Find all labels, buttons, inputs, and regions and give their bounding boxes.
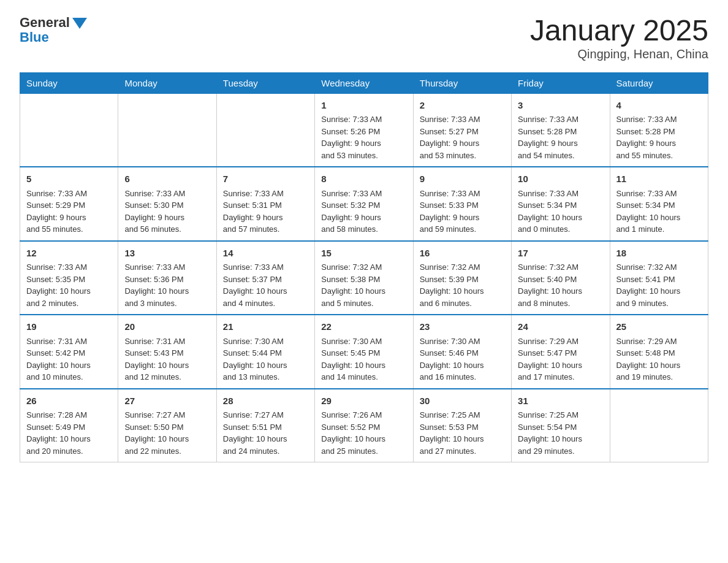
day-info: Sunset: 5:39 PM [420,274,505,286]
day-info: Sunrise: 7:30 AM [321,335,406,348]
day-info: Daylight: 10 hours [321,285,406,297]
day-info: and 53 minutes. [321,150,406,162]
calendar-cell: 30Sunrise: 7:25 AMSunset: 5:53 PMDayligh… [413,389,511,462]
calendar-week-1: 1Sunrise: 7:33 AMSunset: 5:26 PMDaylight… [20,93,708,167]
page-header: General Blue January 2025 Qingping, Hena… [20,15,708,61]
day-info: Sunrise: 7:33 AM [321,188,406,200]
day-info: and 12 minutes. [124,371,210,383]
calendar-cell: 23Sunrise: 7:30 AMSunset: 5:46 PMDayligh… [413,315,511,389]
day-info: Sunrise: 7:33 AM [124,261,210,274]
day-info: Daylight: 10 hours [616,359,702,372]
day-info: Daylight: 9 hours [321,212,406,224]
day-info: Sunrise: 7:32 AM [420,261,505,274]
page-subtitle: Qingping, Henan, China [530,47,708,61]
calendar-cell: 17Sunrise: 7:32 AMSunset: 5:40 PMDayligh… [512,241,610,315]
calendar-cell: 24Sunrise: 7:29 AMSunset: 5:47 PMDayligh… [512,315,610,389]
day-info: Daylight: 10 hours [124,285,210,297]
day-info: Daylight: 10 hours [124,433,210,445]
day-info: Sunset: 5:36 PM [124,274,210,286]
day-number: 24 [518,320,603,334]
day-number: 1 [321,99,406,113]
day-info: Sunset: 5:37 PM [223,274,308,286]
day-info: Daylight: 10 hours [616,212,702,224]
day-info: and 0 minutes. [518,223,603,236]
calendar-cell: 15Sunrise: 7:32 AMSunset: 5:38 PMDayligh… [315,241,413,315]
day-info: Sunset: 5:51 PM [223,421,308,434]
day-info: Sunset: 5:45 PM [321,347,406,359]
logo: General Blue [20,15,87,45]
day-info: Sunset: 5:44 PM [223,347,308,359]
day-info: and 1 minute. [616,223,702,236]
calendar-cell: 4Sunrise: 7:33 AMSunset: 5:28 PMDaylight… [610,93,708,167]
calendar-cell: 20Sunrise: 7:31 AMSunset: 5:43 PMDayligh… [118,315,216,389]
day-info: Sunrise: 7:25 AM [420,409,505,421]
calendar-cell [216,93,314,167]
day-info: Sunset: 5:43 PM [124,347,210,359]
calendar-cell [610,389,708,462]
header-row: SundayMondayTuesdayWednesdayThursdayFrid… [20,72,708,93]
day-info: Daylight: 10 hours [420,433,505,445]
day-info: Sunrise: 7:33 AM [420,113,505,126]
day-info: Sunset: 5:46 PM [420,347,505,359]
day-info: and 14 minutes. [321,371,406,383]
calendar-cell: 31Sunrise: 7:25 AMSunset: 5:54 PMDayligh… [512,389,610,462]
day-number: 12 [26,247,112,261]
day-info: Daylight: 9 hours [420,137,505,150]
day-info: Sunrise: 7:31 AM [26,335,112,348]
day-info: and 8 minutes. [518,297,603,310]
day-info: and 3 minutes. [124,297,210,310]
calendar-body: 1Sunrise: 7:33 AMSunset: 5:26 PMDaylight… [20,93,708,462]
day-number: 26 [26,394,112,408]
day-number: 6 [124,172,210,186]
day-info: and 4 minutes. [223,297,308,310]
header-day-tuesday: Tuesday [216,72,314,93]
day-info: Sunrise: 7:29 AM [518,335,603,348]
day-info: Sunrise: 7:33 AM [124,188,210,200]
day-info: Daylight: 10 hours [518,212,603,224]
day-number: 14 [223,247,308,261]
calendar-cell: 21Sunrise: 7:30 AMSunset: 5:44 PMDayligh… [216,315,314,389]
day-info: Sunrise: 7:33 AM [518,113,603,126]
day-info: Sunset: 5:33 PM [420,199,505,212]
day-number: 28 [223,394,308,408]
day-info: Sunset: 5:27 PM [420,126,505,138]
day-info: and 55 minutes. [26,223,112,236]
day-info: and 25 minutes. [321,445,406,458]
calendar-cell: 25Sunrise: 7:29 AMSunset: 5:48 PMDayligh… [610,315,708,389]
calendar-week-5: 26Sunrise: 7:28 AMSunset: 5:49 PMDayligh… [20,389,708,462]
day-info: and 6 minutes. [420,297,505,310]
calendar-cell [20,93,118,167]
day-number: 29 [321,394,406,408]
day-number: 25 [616,320,702,334]
day-number: 19 [26,320,112,334]
day-number: 4 [616,99,702,113]
header-day-wednesday: Wednesday [315,72,413,93]
day-info: and 27 minutes. [420,445,505,458]
day-info: and 13 minutes. [223,371,308,383]
day-info: and 5 minutes. [321,297,406,310]
day-number: 20 [124,320,210,334]
day-info: Daylight: 10 hours [26,285,112,297]
day-info: Sunset: 5:41 PM [616,274,702,286]
day-info: and 24 minutes. [223,445,308,458]
day-info: Sunrise: 7:33 AM [223,188,308,200]
calendar-header: SundayMondayTuesdayWednesdayThursdayFrid… [20,72,708,93]
day-info: Daylight: 10 hours [223,285,308,297]
day-info: Sunrise: 7:30 AM [223,335,308,348]
day-info: Sunrise: 7:33 AM [420,188,505,200]
day-number: 17 [518,247,603,261]
logo-triangle-icon [72,18,87,29]
day-info: and 56 minutes. [124,223,210,236]
day-info: Daylight: 10 hours [518,285,603,297]
header-day-monday: Monday [118,72,216,93]
header-day-saturday: Saturday [610,72,708,93]
day-info: Sunrise: 7:32 AM [616,261,702,274]
header-day-friday: Friday [512,72,610,93]
day-number: 31 [518,394,603,408]
day-info: Daylight: 9 hours [124,212,210,224]
day-info: Sunrise: 7:33 AM [321,113,406,126]
day-info: and 10 minutes. [26,371,112,383]
calendar-cell: 10Sunrise: 7:33 AMSunset: 5:34 PMDayligh… [512,167,610,241]
day-info: Sunrise: 7:33 AM [518,188,603,200]
header-day-thursday: Thursday [413,72,511,93]
